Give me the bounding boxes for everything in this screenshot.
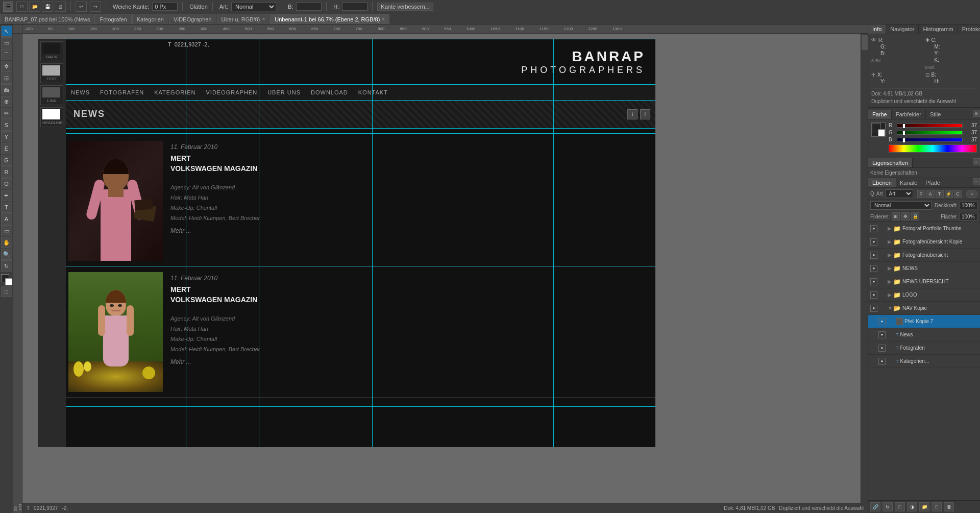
gradient-tool[interactable]: G (1, 155, 12, 166)
layer-logo[interactable]: ● ▶ 📁 LOGO (868, 288, 980, 302)
tab-kanaele[interactable]: Kanäle (896, 178, 921, 187)
rotate-tool[interactable]: ↻ (1, 260, 12, 272)
blend-mode-select[interactable]: Normal (870, 201, 932, 210)
new-layer-btn[interactable]: □ (932, 502, 942, 511)
nav-download[interactable]: DOWNLOAD (311, 89, 348, 95)
undo-icon[interactable]: ↩ (76, 2, 87, 12)
g-slider-track[interactable] (897, 131, 963, 135)
tab-pfade[interactable]: Pfade (921, 178, 944, 187)
layer-nav-kopie[interactable]: ● ▼ 📂 NAV Kopie (868, 302, 980, 315)
layers-options-btn[interactable]: ≡ (973, 178, 980, 187)
tab-navigator[interactable]: Navigator (886, 25, 919, 34)
g-slider-thumb[interactable] (902, 131, 905, 136)
heal-tool[interactable]: ⊕ (1, 96, 12, 107)
tab-ebenen[interactable]: Ebenen (868, 178, 896, 187)
pen-tool[interactable]: ✒ (1, 190, 12, 201)
tab-kategorien[interactable]: Kategorien (132, 14, 168, 24)
facebook-icon[interactable]: f (640, 109, 650, 119)
hand-tool[interactable]: ✋ (1, 237, 12, 248)
layer-fotografen[interactable]: ● ▶ 📁 Fotografenübersicht (868, 249, 980, 262)
b-slider-thumb[interactable] (902, 138, 905, 143)
tab-farbe[interactable]: Farbe (868, 110, 892, 119)
layer-text-news[interactable]: ● T News (868, 328, 980, 341)
screen-mode-tool[interactable]: □ (1, 286, 12, 297)
tab-videographen[interactable]: VIDEOgraphen (169, 14, 216, 24)
redo-icon[interactable]: ↪ (90, 2, 101, 12)
lock-move-btn[interactable]: ✥ (901, 212, 910, 221)
nav-videographen[interactable]: VIDEOGRAPHEN (206, 89, 258, 95)
open-icon[interactable]: 📂 (29, 2, 40, 12)
marquee-tool[interactable]: ▭ (1, 37, 12, 48)
layer-eye-7[interactable]: ● (870, 305, 877, 312)
magic-wand-tool[interactable]: ✲ (1, 61, 12, 72)
expand-arrow-3[interactable]: ▶ (888, 252, 892, 258)
history-tool[interactable]: Y (1, 131, 12, 142)
art-select[interactable]: Normal Fest Proportional (231, 2, 276, 11)
delete-layer-btn[interactable]: 🗑 (944, 502, 954, 511)
nav-kategorien[interactable]: KATEGORIEN (154, 89, 195, 95)
properties-options[interactable]: ≡ (973, 158, 980, 167)
save-icon[interactable]: 💾 (42, 2, 53, 12)
color-panel-options[interactable]: ≡ (973, 110, 980, 119)
filter-btn-2[interactable]: A (926, 190, 935, 198)
fg-bg-colors[interactable] (1, 274, 12, 285)
news-more-2[interactable]: Mehr ... (170, 358, 650, 365)
h-value[interactable] (342, 3, 368, 11)
filter-btn-4[interactable]: ⚡ (945, 190, 953, 198)
layer-text-kategorien[interactable]: ● T Kategorien... (868, 355, 980, 368)
eraser-tool[interactable]: E (1, 143, 12, 154)
layer-eye-4[interactable]: ● (870, 265, 877, 272)
tab-banrap[interactable]: BANRAP_07.psd bei 100% (News (0, 14, 95, 24)
tab-protokoll[interactable]: Protokoll (958, 25, 980, 34)
layer-fotograf-portfolio[interactable]: ● ▶ 📁 Fotograf Portfolio Thumbs (868, 222, 980, 235)
filter-select[interactable]: Art Name Effekt (885, 189, 913, 198)
tab-info[interactable]: Info (868, 25, 886, 34)
nav-uber[interactable]: ÜBER UNS (267, 89, 301, 95)
tab-unbenannt-close[interactable]: × (382, 16, 385, 22)
link-layers-btn[interactable]: 🔗 (870, 502, 880, 511)
layer-eye-9[interactable]: ● (878, 331, 886, 338)
layer-eye-8[interactable]: ● (878, 318, 886, 325)
fx-btn[interactable]: fx (883, 502, 893, 511)
brush-tool[interactable]: ✏ (1, 108, 12, 119)
tab-fotografen[interactable]: Fotografen (95, 14, 132, 24)
opacity-input[interactable] (960, 202, 978, 209)
b-value[interactable] (296, 3, 322, 11)
tab-farbfelder[interactable]: Farbfelder (892, 110, 926, 119)
lasso-tool[interactable]: ⌒ (1, 49, 12, 60)
crop-tool[interactable]: ⊡ (1, 72, 12, 84)
print-icon[interactable]: 🖨 (55, 2, 66, 12)
type-tool[interactable]: T (1, 202, 12, 213)
expand-arrow-6[interactable]: ▶ (888, 292, 892, 298)
expand-arrow-1[interactable]: ▶ (888, 226, 892, 231)
add-mask-btn[interactable]: □ (895, 502, 905, 511)
tab-uber[interactable]: Über u, RGB/8) × (217, 14, 270, 24)
new-adjustment-btn[interactable]: ◑ (907, 502, 917, 511)
layer-eye-3[interactable]: ● (870, 252, 877, 259)
edge-value[interactable] (152, 3, 178, 11)
layer-eye-10[interactable]: ● (878, 345, 886, 352)
lock-all-btn[interactable]: 🔒 (911, 212, 919, 221)
layer-pfeil-kopie[interactable]: ● Pfeil Kopie 7 (868, 315, 980, 328)
tab-uber-close[interactable]: × (262, 16, 265, 22)
eyedropper-tool[interactable]: 🖮 (1, 84, 12, 95)
new-folder-btn[interactable]: 📁 (919, 502, 929, 511)
color-swatch-preview[interactable] (871, 123, 886, 137)
layer-eye-1[interactable]: ● (870, 225, 877, 232)
b-slider-track[interactable] (897, 138, 963, 142)
fill-input[interactable] (960, 213, 978, 221)
r-slider-thumb[interactable] (902, 124, 905, 129)
expand-arrow-7[interactable]: ▼ (888, 305, 892, 311)
filter-btn-5[interactable]: C (954, 190, 962, 198)
layer-eye-5[interactable]: ● (870, 278, 877, 285)
expand-arrow-4[interactable]: ▶ (888, 265, 892, 271)
nav-news[interactable]: NEWS (71, 89, 90, 95)
expand-arrow-2[interactable]: ▶ (888, 239, 892, 245)
layer-eye-6[interactable]: ● (870, 291, 877, 299)
filter-btn-1[interactable]: P (917, 190, 925, 198)
nav-fotografen[interactable]: FOTOGRAFEN (100, 89, 144, 95)
layer-text-fotografen[interactable]: ● T Fotografen (868, 341, 980, 355)
color-spectrum[interactable] (889, 144, 977, 153)
move-tool[interactable]: ↖ (1, 26, 12, 37)
canvas-area[interactable]: -100 50 100 150 200 250 300 350 400 450 … (13, 25, 868, 513)
